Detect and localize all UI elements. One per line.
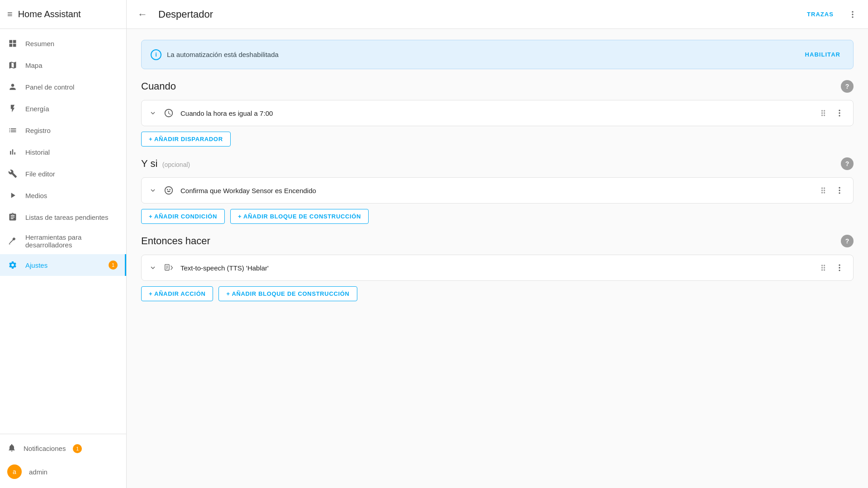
trigger-label: Cuando la hora es igual a 7:00 <box>180 109 813 117</box>
gear-icon <box>7 260 18 270</box>
action-expand-button[interactable] <box>149 264 157 272</box>
y-si-section-header: Y si (opcional) ? <box>141 157 854 170</box>
svg-point-2 <box>852 16 853 18</box>
sidebar-item-panel[interactable]: Panel de control <box>0 76 126 98</box>
y-si-add-buttons: + AÑADIR CONDICIÓN + AÑADIR BLOQUE DE CO… <box>141 209 854 224</box>
cuando-help-button[interactable]: ? <box>841 80 854 93</box>
disabled-notice: i La automatización está deshabilitada H… <box>141 40 854 69</box>
sidebar-item-herramientas[interactable]: Herramientas para desarrolladores <box>0 228 126 254</box>
notifications-item[interactable]: Notificaciones 1 <box>0 438 126 459</box>
trigger-expand-button[interactable] <box>149 109 157 117</box>
action-drag-button[interactable] <box>819 263 828 272</box>
sidebar-item-mapa-label: Mapa <box>25 62 119 69</box>
add-trigger-button[interactable]: + AÑADIR DISPARADOR <box>141 132 231 147</box>
entonces-add-buttons: + AÑADIR ACCIÓN + AÑADIR BLOQUE DE CONST… <box>141 286 854 301</box>
condition-drag-button[interactable] <box>819 186 828 195</box>
svg-point-8 <box>839 192 840 194</box>
bell-icon <box>7 443 16 454</box>
avatar: a <box>7 464 22 479</box>
info-icon: i <box>151 49 161 60</box>
sidebar-nav: Resumen Mapa Panel de control Energía <box>0 29 126 434</box>
sidebar-item-historial[interactable]: Historial <box>0 141 126 163</box>
sidebar-item-energia[interactable]: Energía <box>0 98 126 119</box>
entonces-help-button[interactable]: ? <box>841 235 854 247</box>
disabled-notice-left: i La automatización está deshabilitada <box>151 49 279 60</box>
sidebar: ≡ Home Assistant Resumen Mapa Panel de c… <box>0 0 127 488</box>
sidebar-item-resumen-label: Resumen <box>25 40 119 47</box>
trigger-card-row: Cuando la hora es igual a 7:00 <box>142 100 853 126</box>
sidebar-item-ajustes-label: Ajustes <box>25 261 101 269</box>
svg-point-4 <box>839 112 840 114</box>
cuando-add-buttons: + AÑADIR DISPARADOR <box>141 132 854 147</box>
app-title: Home Assistant <box>18 9 81 19</box>
svg-point-14 <box>839 267 840 268</box>
content-area: i La automatización está deshabilitada H… <box>127 29 868 488</box>
add-action-button[interactable]: + AÑADIR ACCIÓN <box>141 286 213 301</box>
add-condition-button[interactable]: + AÑADIR CONDICIÓN <box>141 209 225 224</box>
hammer-icon <box>7 236 18 246</box>
menu-icon[interactable]: ≡ <box>7 9 13 19</box>
condition-card-row: Confirma que Workday Sensor es Encendido <box>142 178 853 203</box>
entonces-section: Entonces hacer ? <box>141 235 854 301</box>
play-icon <box>7 190 18 201</box>
sidebar-item-file-editor[interactable]: File editor <box>0 163 126 185</box>
action-label: Text-to-speech (TTS) 'Hablar' <box>180 264 813 272</box>
habilitar-button[interactable]: HABILITAR <box>802 47 844 62</box>
svg-point-3 <box>839 110 840 111</box>
topbar-more-button[interactable] <box>844 6 861 23</box>
sidebar-item-mapa[interactable]: Mapa <box>0 54 126 76</box>
action-card-row: Text-to-speech (TTS) 'Hablar' <box>142 255 853 280</box>
action-card: Text-to-speech (TTS) 'Hablar' <box>141 255 854 281</box>
y-si-optional: (opcional) <box>162 161 190 168</box>
entonces-title: Entonces hacer <box>141 235 210 246</box>
map-icon <box>7 60 18 71</box>
bolt-icon <box>7 103 18 114</box>
sidebar-item-listas[interactable]: Listas de tareas pendientes <box>0 206 126 228</box>
grid-icon <box>7 38 18 49</box>
sidebar-item-file-editor-label: File editor <box>25 170 119 178</box>
svg-point-5 <box>839 115 840 116</box>
sidebar-item-resumen[interactable]: Resumen <box>0 33 126 54</box>
cuando-title-group: Cuando <box>141 81 176 92</box>
sidebar-item-listas-label: Listas de tareas pendientes <box>25 213 119 221</box>
sidebar-header: ≡ Home Assistant <box>0 0 126 29</box>
user-item[interactable]: a admin <box>0 459 126 484</box>
sidebar-item-herramientas-label: Herramientas para desarrolladores <box>25 233 119 249</box>
user-label: admin <box>29 468 47 476</box>
condition-expand-button[interactable] <box>149 186 157 194</box>
sidebar-item-energia-label: Energía <box>25 105 119 113</box>
trazas-button[interactable]: TRAZAS <box>803 7 837 21</box>
svg-point-13 <box>839 265 840 266</box>
y-si-help-button[interactable]: ? <box>841 157 854 170</box>
entonces-title-group: Entonces hacer <box>141 235 210 247</box>
tts-icon <box>162 261 175 274</box>
svg-point-6 <box>839 187 840 189</box>
disabled-notice-text: La automatización está deshabilitada <box>167 51 279 58</box>
condition-more-button[interactable] <box>833 184 846 197</box>
list-icon <box>7 125 18 136</box>
add-block-condition-button[interactable]: + AÑADIR BLOQUE DE CONSTRUCCIÓN <box>230 209 369 224</box>
condition-card: Confirma que Workday Sensor es Encendido <box>141 177 854 204</box>
cuando-section-header: Cuando ? <box>141 80 854 93</box>
condition-label: Confirma que Workday Sensor es Encendido <box>180 187 813 194</box>
sidebar-item-ajustes[interactable]: Ajustes 1 <box>0 254 126 276</box>
add-block-action-button[interactable]: + AÑADIR BLOQUE DE CONSTRUCCIÓN <box>218 286 357 301</box>
cuando-title: Cuando <box>141 81 176 92</box>
sidebar-item-medios[interactable]: Medios <box>0 185 126 206</box>
trigger-card: Cuando la hora es igual a 7:00 <box>141 100 854 126</box>
y-si-title-group: Y si (opcional) <box>141 158 190 170</box>
sidebar-item-registro[interactable]: Registro <box>0 119 126 141</box>
entonces-section-header: Entonces hacer ? <box>141 235 854 247</box>
trigger-drag-button[interactable] <box>819 109 828 118</box>
trigger-more-button[interactable] <box>833 107 846 119</box>
y-si-section: Y si (opcional) ? C <box>141 157 854 224</box>
svg-point-1 <box>852 14 853 15</box>
action-more-button[interactable] <box>833 261 846 274</box>
svg-point-7 <box>839 190 840 191</box>
topbar: ← Despertador TRAZAS <box>127 0 868 29</box>
back-button[interactable]: ← <box>134 5 151 24</box>
sidebar-bottom: Notificaciones 1 a admin <box>0 434 126 488</box>
bar-chart-icon <box>7 147 18 157</box>
notifications-badge: 1 <box>73 444 82 453</box>
ajustes-badge: 1 <box>109 261 118 270</box>
